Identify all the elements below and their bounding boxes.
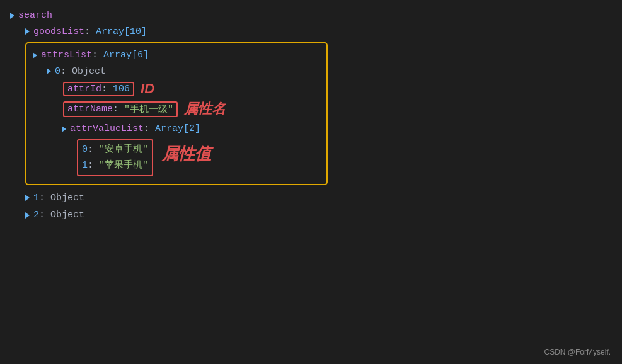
item2-idx: 2 xyxy=(33,207,39,224)
attrid-val: 106 xyxy=(113,84,130,94)
attrid-row: attrId : 106 ID xyxy=(63,81,318,97)
goods-list-toggle-icon xyxy=(25,28,30,35)
goods-list-key: goodsList xyxy=(33,24,84,40)
search-root[interactable]: search xyxy=(10,8,612,24)
item1-type: Object xyxy=(50,190,84,207)
attrname-annotation: 属性名 xyxy=(184,100,226,118)
item1-row[interactable]: 1 : Object xyxy=(25,190,612,207)
attrvals-group: 0 : "安卓手机" 1 : "苹果手机" 属性值 xyxy=(77,139,318,176)
attrid-key: attrId xyxy=(67,84,101,94)
item2-colon: : xyxy=(39,207,50,224)
search-label: search xyxy=(18,8,52,24)
item0-type: Object xyxy=(72,64,106,80)
val1-colon: : xyxy=(88,157,99,174)
id-annotation: ID xyxy=(141,81,154,97)
val0-idx: 0 xyxy=(82,142,88,158)
attrval-annotation: 属性值 xyxy=(162,143,211,165)
item2-toggle-icon xyxy=(25,212,30,219)
attrid-colon: : xyxy=(101,84,113,94)
item2-type: Object xyxy=(50,207,84,224)
val1-idx: 1 xyxy=(82,157,88,174)
attrslist-toggle-icon xyxy=(33,52,37,59)
attrvaluelist-toggle-icon xyxy=(62,126,66,132)
attrvals-box: 0 : "安卓手机" 1 : "苹果手机" xyxy=(77,139,153,176)
item0-row[interactable]: 0 : Object xyxy=(47,64,318,80)
attrslist-key: attrsList xyxy=(41,47,92,64)
item1-colon: : xyxy=(39,190,50,207)
item0-colon: : xyxy=(60,64,72,80)
item0-toggle-icon xyxy=(47,68,51,74)
watermark: CSDN @ForMyself. xyxy=(544,348,611,356)
goods-list-colon: : xyxy=(84,24,96,40)
val0-val: "安卓手机" xyxy=(99,142,148,158)
val0-colon: : xyxy=(88,142,99,158)
val1-row: 1 : "苹果手机" xyxy=(82,157,148,174)
attrname-val: "手机一级" xyxy=(124,103,173,115)
attrslist-type: Array[6] xyxy=(103,47,149,64)
attrname-row: attrName : "手机一级" 属性名 xyxy=(63,100,318,118)
attrname-key: attrName xyxy=(67,104,113,115)
item2-row[interactable]: 2 : Object xyxy=(25,207,612,224)
goods-list-type: Array[10] xyxy=(96,24,147,40)
goods-list-row[interactable]: goodsList : Array[10] xyxy=(25,24,612,40)
attrslist-highlight-box: attrsList : Array[6] 0 : Object attrId :… xyxy=(25,42,328,185)
attrslist-colon: : xyxy=(92,47,103,64)
search-toggle-icon xyxy=(10,13,14,19)
attrvaluelist-key: attrValueList xyxy=(70,121,144,137)
attrvaluelist-colon: : xyxy=(144,121,155,137)
attrvaluelist-type: Array[2] xyxy=(155,121,200,137)
item1-idx: 1 xyxy=(33,190,39,207)
attrvaluelist-row[interactable]: attrValueList : Array[2] xyxy=(62,121,318,137)
attrslist-row[interactable]: attrsList : Array[6] xyxy=(33,47,318,64)
attrid-box: attrId : 106 xyxy=(63,82,134,96)
val0-row: 0 : "安卓手机" xyxy=(82,142,148,158)
item0-idx: 0 xyxy=(55,64,60,80)
attrname-colon: : xyxy=(113,104,124,115)
val1-val: "苹果手机" xyxy=(99,157,148,174)
item1-toggle-icon xyxy=(25,195,30,201)
attrname-box: attrName : "手机一级" xyxy=(63,101,178,117)
